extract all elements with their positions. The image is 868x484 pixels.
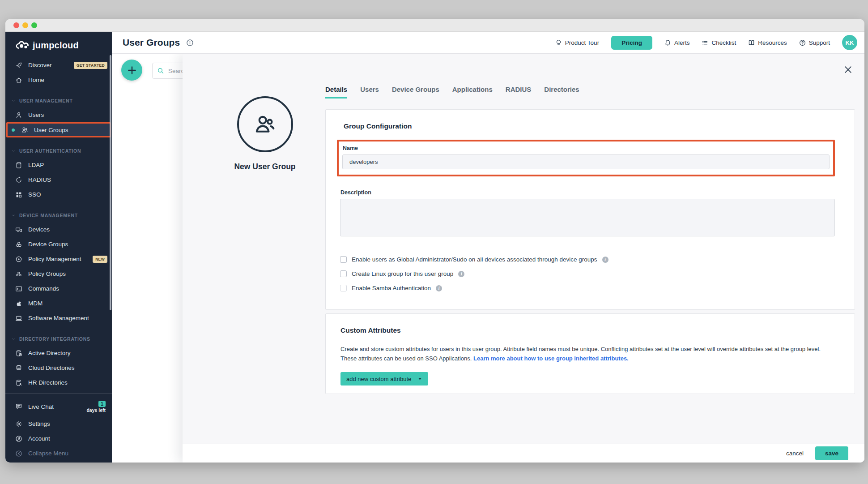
- policy-icon: [15, 256, 22, 263]
- logo-text: jumpcloud: [33, 40, 79, 51]
- checkbox[interactable]: [340, 285, 347, 291]
- app-grid-icon: [15, 191, 22, 198]
- user-avatar[interactable]: KK: [842, 35, 857, 50]
- sidebar-item-software-management[interactable]: Software Management: [5, 311, 112, 326]
- sidebar-item-policy-groups[interactable]: Policy Groups: [5, 266, 112, 281]
- chevron-down-icon: [11, 99, 16, 103]
- sidebar-item-active-directory[interactable]: Active Directory: [5, 346, 112, 360]
- checkbox-row[interactable]: Enable Samba Authenticationi: [340, 285, 835, 291]
- new-user-group-label: New User Group: [220, 162, 310, 171]
- chat-icon: [15, 403, 22, 410]
- panel-footer: cancel save: [183, 444, 864, 463]
- tab-users[interactable]: Users: [360, 86, 379, 99]
- sidebar-item-hr-directories[interactable]: HR Directories: [5, 375, 112, 390]
- plus-icon: [127, 65, 137, 75]
- sidebar-item-policy-management[interactable]: Policy ManagementNEW: [5, 252, 112, 266]
- sidebar-item-user-groups[interactable]: User Groups: [6, 122, 111, 137]
- sidebar-item-ldap[interactable]: LDAP: [5, 158, 112, 172]
- sidebar-item-home[interactable]: Home: [5, 73, 112, 87]
- group-name-input[interactable]: [342, 154, 830, 169]
- cloud-directory-icon: [15, 364, 22, 372]
- tour-balloon-icon: [555, 39, 562, 46]
- book-icon: [748, 39, 755, 46]
- checklist-icon: [702, 39, 708, 46]
- sidebar-item-settings[interactable]: Settings: [5, 416, 112, 431]
- home-icon: [15, 77, 22, 84]
- user-icon: [15, 111, 22, 119]
- sidebar-item-device-groups[interactable]: Device Groups: [5, 237, 112, 252]
- sidebar-item-users[interactable]: Users: [5, 107, 112, 122]
- device-group-icon: [15, 241, 22, 248]
- page-header: User Groups Product Tour Pricing Alerts: [112, 32, 864, 54]
- add-custom-attribute-button[interactable]: add new custom attribute: [340, 372, 428, 385]
- tab-directories[interactable]: Directories: [544, 86, 579, 99]
- policy-group-icon: [15, 270, 22, 278]
- minimize-window-button[interactable]: [22, 22, 28, 28]
- chevron-down-icon: [11, 337, 16, 341]
- tab-applications[interactable]: Applications: [452, 86, 493, 99]
- terminal-icon: [15, 285, 22, 292]
- sidebar-item-mdm[interactable]: MDM: [5, 296, 112, 311]
- checkbox[interactable]: [340, 270, 347, 277]
- tab-radius[interactable]: RADIUS: [506, 86, 532, 99]
- sidebar-nav: DiscoverGET STARTEDHomeUSER MANAGEMENTUs…: [5, 55, 112, 393]
- info-icon[interactable]: i: [458, 271, 464, 277]
- user-group-icon: [21, 126, 28, 133]
- sidebar-bottom-nav: Live Chat1days leftSettingsAccountCollap…: [5, 393, 112, 463]
- sidebar-section-directory-integrations[interactable]: DIRECTORY INTEGRATIONS: [5, 332, 112, 346]
- group-description-textarea[interactable]: [340, 199, 835, 236]
- sidebar-section-device-management[interactable]: DEVICE MANAGEMENT: [5, 209, 112, 222]
- close-window-button[interactable]: [13, 22, 19, 28]
- sidebar-item-devices[interactable]: Devices: [5, 222, 112, 237]
- info-icon[interactable]: [186, 39, 194, 47]
- info-icon[interactable]: i: [436, 285, 442, 291]
- new-user-group-panel: New User Group DetailsUsersDevice Groups…: [183, 54, 864, 463]
- alerts-button[interactable]: Alerts: [664, 39, 690, 46]
- group-configuration-heading: Group Configuration: [344, 122, 835, 130]
- sidebar-item-commands[interactable]: Commands: [5, 281, 112, 296]
- sidebar-item-account[interactable]: Account: [5, 431, 112, 446]
- tab-details[interactable]: Details: [325, 86, 347, 99]
- group-options: Enable users as Global Administrator/Sud…: [340, 256, 835, 291]
- zoom-window-button[interactable]: [31, 22, 37, 28]
- chevron-down-icon: [11, 213, 16, 218]
- active-dot: [12, 128, 15, 132]
- checkbox[interactable]: [340, 256, 347, 263]
- checkbox-row[interactable]: Create Linux group for this user groupi: [340, 270, 835, 277]
- sidebar-item-discover[interactable]: DiscoverGET STARTED: [5, 58, 112, 73]
- trial-countdown: 1days left: [86, 401, 106, 413]
- days-left-badge: 1: [98, 401, 106, 407]
- add-user-group-button[interactable]: [121, 60, 142, 81]
- sidebar-section-user-authentication[interactable]: USER AUTHENTICATION: [5, 144, 112, 158]
- support-button[interactable]: Support: [799, 39, 830, 46]
- save-button[interactable]: save: [815, 446, 848, 460]
- learn-more-link[interactable]: Learn more about how to use group inheri…: [473, 355, 629, 362]
- sidebar-item-collapse-menu[interactable]: Collapse Menu: [5, 446, 112, 461]
- pricing-button[interactable]: Pricing: [611, 36, 652, 50]
- user-group-icon: [252, 111, 278, 137]
- sidebar-item-radius[interactable]: RADIUS: [5, 172, 112, 187]
- search-icon: [157, 67, 164, 74]
- sidebar-scrollbar[interactable]: [110, 55, 111, 310]
- custom-attributes-description: Create and store custom attributes for u…: [340, 344, 824, 363]
- sidebar-item-cloud-directories[interactable]: Cloud Directories: [5, 360, 112, 375]
- custom-attributes-heading: Custom Attributes: [340, 326, 835, 334]
- cancel-button[interactable]: cancel: [786, 450, 804, 457]
- info-icon[interactable]: i: [602, 257, 608, 263]
- product-tour-button[interactable]: Product Tour: [555, 39, 599, 46]
- tab-device-groups[interactable]: Device Groups: [392, 86, 439, 99]
- jumpcloud-logo[interactable]: jumpcloud: [5, 32, 112, 55]
- checklist-button[interactable]: Checklist: [702, 39, 736, 46]
- collapse-arrow-icon: [15, 450, 22, 457]
- database-icon: [15, 162, 22, 169]
- devices-icon: [15, 226, 22, 233]
- sidebar-item-live-chat[interactable]: Live Chat1days left: [5, 397, 112, 416]
- sidebar-item-sso[interactable]: SSO: [5, 187, 112, 202]
- laptop-icon: [15, 315, 22, 322]
- sidebar-section-user-management[interactable]: USER MANAGEMENT: [5, 94, 112, 107]
- description-label: Description: [340, 189, 835, 196]
- bell-icon: [664, 39, 671, 46]
- group-configuration-card: Group Configuration Name Description Ena…: [325, 109, 855, 310]
- checkbox-row[interactable]: Enable users as Global Administrator/Sud…: [340, 256, 835, 263]
- resources-button[interactable]: Resources: [748, 39, 787, 46]
